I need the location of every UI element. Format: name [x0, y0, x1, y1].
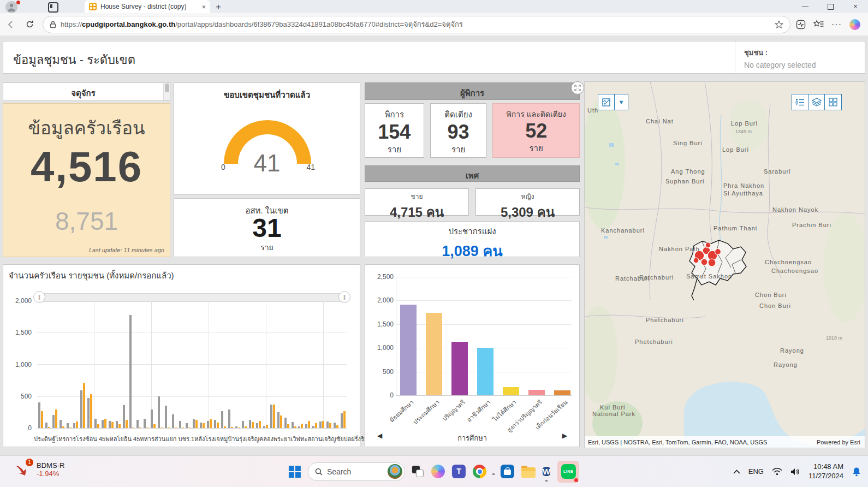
refresh-button[interactable]	[22, 17, 37, 32]
household-bar-group[interactable]	[87, 394, 92, 428]
household-bar-group[interactable]	[221, 411, 226, 428]
more-options-icon[interactable]: ···	[831, 20, 842, 29]
profile-avatar-icon[interactable]	[5, 1, 17, 13]
household-bar-group[interactable]	[256, 421, 261, 428]
notification-bell-icon[interactable]	[852, 467, 861, 477]
expand-icon[interactable]	[571, 81, 584, 94]
microsoft-store-icon[interactable]	[501, 465, 514, 478]
education-bar-column[interactable]: ประถมศึกษา	[424, 313, 444, 395]
browser-essentials-icon[interactable]	[796, 20, 806, 29]
language-indicator[interactable]: ENG	[748, 467, 764, 476]
education-bar-column[interactable]: ปริญญาตรี	[450, 342, 469, 395]
hidden-population-card: ประชากรแฝง 1,089 คน	[365, 221, 580, 257]
household-bar-group[interactable]	[214, 420, 219, 428]
tab-close-icon[interactable]: ×	[201, 3, 206, 10]
education-bar-column[interactable]: มัธยมศึกษา	[399, 305, 418, 395]
household-bar-group[interactable]	[179, 421, 184, 428]
education-bar-column[interactable]: อาชีวศึกษา	[475, 348, 495, 395]
household-bar-group[interactable]	[73, 421, 78, 428]
household-bar-group[interactable]	[165, 406, 170, 428]
chevron-down-icon[interactable]: ▼	[615, 94, 628, 110]
household-bar-group[interactable]	[292, 422, 296, 428]
workspace-icon[interactable]	[48, 2, 58, 13]
household-bar-group[interactable]	[207, 419, 212, 428]
copilot-icon[interactable]	[849, 19, 860, 30]
browser-tab[interactable]: House Survey - district (copy) ×	[85, 0, 210, 13]
education-bar-column[interactable]: ไม่ได้ศึกษา	[501, 387, 521, 395]
clock[interactable]: 10:48 AM 11/27/2024	[808, 462, 843, 481]
household-bar-group[interactable]	[270, 405, 275, 428]
address-bar[interactable]: https://cpudgiportal.bangkok.go.th/porta…	[43, 16, 790, 33]
household-bar-group[interactable]	[277, 412, 282, 428]
household-bar-group[interactable]	[94, 419, 99, 428]
household-bar-group[interactable]	[263, 425, 268, 428]
education-bar-column[interactable]: เด็กก่อนวัยเรียน	[552, 390, 572, 395]
volume-icon[interactable]	[790, 468, 800, 476]
household-bar-group[interactable]	[52, 409, 57, 428]
next-chart-arrow[interactable]: ▶	[562, 432, 567, 440]
household-bar-group[interactable]	[186, 423, 191, 428]
maximize-button[interactable]	[818, 0, 843, 13]
start-button[interactable]	[289, 466, 301, 478]
household-bar-group[interactable]	[80, 383, 85, 428]
basemap-icon[interactable]	[598, 94, 615, 110]
bar-filled	[336, 425, 338, 428]
household-bar-group[interactable]	[172, 414, 177, 428]
bookmark-star-icon[interactable]	[775, 20, 783, 29]
teams-icon[interactable]: T	[452, 465, 466, 478]
household-bar-group[interactable]	[129, 315, 134, 428]
household-bar-group[interactable]	[45, 423, 50, 428]
word-icon[interactable]: W	[543, 465, 550, 478]
selector-scrollbar[interactable]	[163, 83, 170, 100]
search-box[interactable]: Search	[308, 462, 405, 481]
layers-icon[interactable]	[808, 94, 825, 110]
household-bar-group[interactable]	[144, 419, 148, 428]
household-bar-group[interactable]	[284, 418, 289, 428]
back-button[interactable]	[3, 17, 19, 32]
chrome-icon[interactable]	[473, 465, 486, 478]
map[interactable]: UthChai NatLop BuriSing BuriLop Buri1349…	[584, 81, 865, 448]
household-bar-group[interactable]	[67, 423, 72, 428]
household-bar-group[interactable]	[249, 420, 254, 428]
copilot-taskbar-icon[interactable]	[431, 465, 445, 478]
household-bar-group[interactable]	[228, 409, 233, 428]
household-bar-group[interactable]	[312, 423, 317, 428]
household-bar-group[interactable]	[158, 396, 163, 428]
task-view-icon[interactable]	[412, 466, 424, 478]
household-bar-group[interactable]	[305, 421, 310, 428]
household-bar-group[interactable]	[341, 411, 346, 428]
household-bar-group[interactable]	[298, 424, 303, 428]
stock-widget[interactable]: 1 BDMS-R -1.94%	[14, 461, 64, 478]
basemap-gallery-icon[interactable]	[825, 94, 841, 110]
household-bar-group[interactable]	[235, 426, 240, 428]
minimize-button[interactable]: —	[793, 0, 818, 13]
household-bar-group[interactable]	[116, 421, 121, 428]
household-bar-group[interactable]	[123, 405, 128, 428]
household-bar-group[interactable]	[136, 420, 141, 428]
household-bar-group[interactable]	[242, 421, 247, 428]
household-bar-group[interactable]	[319, 421, 324, 428]
household-bar-group[interactable]	[200, 423, 205, 428]
household-bar-group[interactable]	[38, 402, 43, 428]
household-bar-group[interactable]	[151, 409, 156, 428]
household-bar-group[interactable]	[109, 421, 114, 428]
district-selector-value[interactable]: จตุจักร	[3, 87, 163, 100]
household-bar-group[interactable]	[102, 419, 106, 428]
line-app-icon[interactable]: LINE	[557, 461, 579, 483]
household-bar-group[interactable]	[326, 421, 331, 428]
household-bar-group[interactable]	[193, 419, 198, 428]
url-text[interactable]: https://cpudgiportal.bangkok.go.th/porta…	[61, 19, 770, 30]
file-explorer-icon[interactable]	[521, 467, 536, 478]
household-bar-group[interactable]	[334, 423, 338, 428]
new-tab-button[interactable]: +	[216, 2, 221, 13]
search-highlight-image[interactable]	[388, 464, 402, 479]
basemap-control[interactable]: ▼	[598, 94, 628, 110]
education-bar-column[interactable]: สูงกว่าปริญญาตรี	[527, 390, 546, 395]
legend-icon[interactable]	[792, 94, 808, 110]
district-selector[interactable]: จตุจักร	[3, 82, 170, 101]
favorites-icon[interactable]	[813, 20, 824, 29]
wifi-icon[interactable]	[772, 468, 782, 476]
tray-chevron-up-icon[interactable]	[733, 470, 740, 474]
close-button[interactable]: ×	[843, 0, 868, 13]
household-bar-group[interactable]	[60, 420, 64, 428]
